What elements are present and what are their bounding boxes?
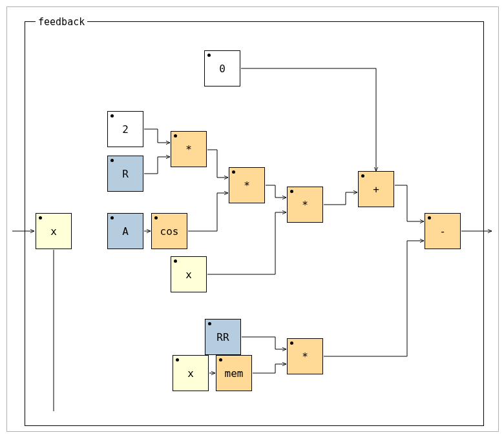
node-zero: 0 (204, 50, 240, 86)
node-plus: + (358, 171, 394, 207)
node-mem: mem (216, 355, 252, 391)
node-mul3: * (287, 187, 323, 223)
node-A: A (107, 213, 143, 249)
node-cos: cos (151, 213, 187, 249)
node-x3: x (173, 355, 209, 391)
node-x: x (36, 213, 72, 249)
node-two: 2 (107, 111, 143, 147)
node-RR: RR (205, 319, 241, 355)
diagram-canvas: feedback (6, 6, 499, 432)
node-mul1: * (171, 131, 207, 167)
frame-label: feedback (36, 16, 87, 28)
node-x2: x (171, 256, 207, 292)
node-minus: - (425, 213, 461, 249)
node-R: R (107, 156, 143, 192)
node-mul2: * (229, 167, 265, 203)
node-mul4: * (287, 338, 323, 374)
feedback-frame (25, 21, 484, 426)
